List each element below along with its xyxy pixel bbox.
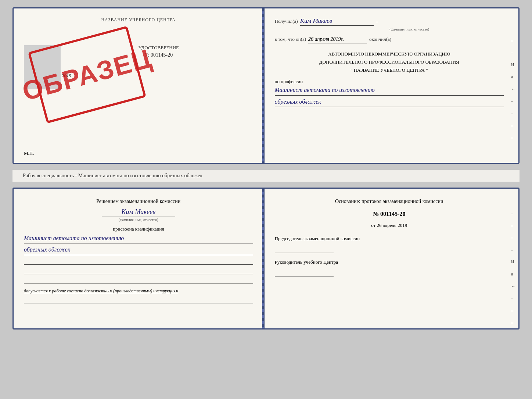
protocol-date: от 26 апреля 2019 — [275, 221, 504, 229]
mp-label: М.П. — [24, 150, 34, 156]
finished-label: окончил(а) — [369, 36, 391, 42]
допускается-prefix: допускается к — [24, 288, 51, 293]
cert-number-section: УДОСТОВЕРЕНИЕ № 001145-20 — [64, 45, 253, 58]
chairman-sig-line — [275, 247, 334, 253]
date-value: 26 апреля 2019г. — [308, 36, 367, 43]
chairman-label: Председатель экзаменационной комиссии — [275, 235, 504, 242]
qualification-line1: Машинист автомата по изготовлению — [24, 234, 253, 243]
number-prefix: № — [144, 52, 149, 58]
udostoverenie-label: УДОСТОВЕРЕНИЕ — [64, 45, 253, 51]
basis-label: Основание: протокол экзаменационной коми… — [275, 197, 504, 205]
org-line3: " НАЗВАНИЕ УЧЕБНОГО ЦЕНТРА " — [275, 66, 504, 74]
blank-line-4 — [24, 297, 253, 303]
bottom-doc-right: Основание: протокол экзаменационной коми… — [265, 189, 519, 328]
head-sig-line — [275, 271, 334, 277]
bottom-doc-left: Решением экзаменационной комиссии Ким Ма… — [14, 189, 265, 328]
org-block: АВТОНОМНУЮ НЕКОММЕРЧЕСКУЮ ОРГАНИЗАЦИЮ ДО… — [275, 50, 504, 74]
допускается-section: допускается к работе согласно должностны… — [24, 288, 253, 294]
description-text: Рабочая специальность - Машинист автомат… — [23, 173, 202, 178]
profession-label: по профессии — [275, 79, 504, 85]
org-line1: АВТОНОМНУЮ НЕКОММЕРЧЕСКУЮ ОРГАНИЗАЦИЮ — [275, 50, 504, 58]
profession-line2: обрезных обложек — [275, 98, 504, 107]
org-line2: ДОПОЛНИТЕЛЬНОГО ПРОФЕССИОНАЛЬНОГО ОБРАЗО… — [275, 58, 504, 66]
head-label: Руководитель учебного Центра — [275, 259, 504, 266]
received-line: Получил(а) Ким Макеев – — [275, 17, 504, 26]
person-subtitle: (фамилия, имя, отчество) — [102, 217, 175, 222]
top-doc-left: НАЗВАНИЕ УЧЕБНОГО ЦЕНТРА ОБРАЗЕЦ УДОСТОВ… — [14, 8, 265, 163]
side-marks-bottom: – – – – И а ← – – – – – — [511, 211, 515, 329]
bottom-document: Решением экзаменационной комиссии Ким Ма… — [12, 188, 520, 329]
top-doc-right: Получил(а) Ким Макеев – (фамилия, имя, о… — [265, 8, 519, 163]
cert-number: № 001145-20 — [64, 52, 253, 58]
protocol-number: № 001145-20 — [275, 209, 504, 220]
chairman-section: Председатель экзаменационной комиссии — [275, 235, 504, 253]
in-that-line: в том, что он(а) 26 апреля 2019г. окончи… — [275, 36, 504, 43]
photo-placeholder — [24, 45, 61, 89]
blank-line-3 — [24, 277, 253, 284]
qualification-line2: обрезных обложек — [24, 246, 253, 255]
spine-decoration — [262, 8, 264, 163]
side-marks: – – И а ← – – – – — [511, 38, 515, 140]
name-subtitle: (фамилия, имя, отчество) — [315, 27, 504, 31]
blank-line-2 — [24, 268, 253, 274]
dash1: – — [376, 18, 378, 24]
bottom-right-section: Основание: протокол экзаменационной коми… — [275, 197, 504, 277]
top-document: НАЗВАНИЕ УЧЕБНОГО ЦЕНТРА ОБРАЗЕЦ УДОСТОВ… — [12, 7, 520, 164]
decision-text: Решением экзаменационной комиссии — [24, 197, 253, 205]
in-that-prefix: в том, что он(а) — [275, 36, 306, 42]
number-value: 001145-20 — [151, 52, 173, 58]
cert-title: НАЗВАНИЕ УЧЕБНОГО ЦЕНТРА — [24, 17, 253, 23]
recipient-name: Ким Макеев — [300, 17, 374, 26]
blank-line-1 — [24, 258, 253, 265]
person-name: Ким Макеев — [24, 208, 253, 216]
qualification-label: присвоена квалификация — [24, 226, 253, 232]
description-line: Рабочая специальность - Машинист автомат… — [12, 170, 520, 182]
profession-line1: Машинист автомата по изготовлению — [275, 86, 504, 95]
spine-decoration-bottom — [262, 189, 264, 328]
head-section: Руководитель учебного Центра — [275, 259, 504, 277]
received-prefix: Получил(а) — [275, 18, 298, 24]
допускается-text: работе согласно должностным (производств… — [52, 288, 178, 293]
